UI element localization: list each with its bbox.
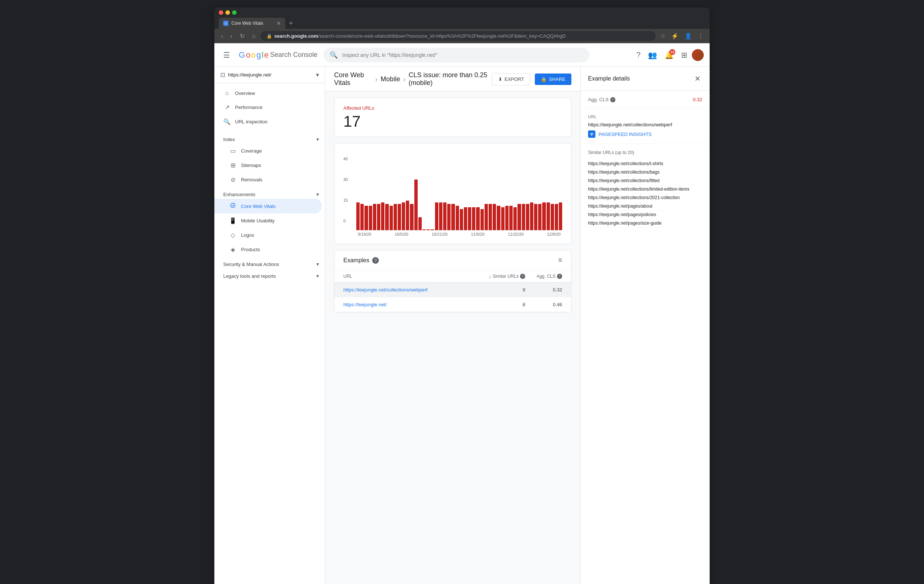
- chart-bar[interactable]: [468, 207, 471, 230]
- chart-bar[interactable]: [427, 229, 430, 230]
- table-row[interactable]: https://teejungle.net/collections/webper…: [335, 283, 571, 297]
- people-button[interactable]: 👥: [645, 48, 660, 63]
- chart-bar[interactable]: [534, 204, 537, 230]
- back-button[interactable]: ‹: [219, 31, 225, 41]
- examples-help-icon[interactable]: ?: [372, 257, 379, 264]
- chart-bar[interactable]: [485, 204, 488, 230]
- chart-bar[interactable]: [365, 206, 368, 230]
- sidebar-item-performance[interactable]: ↗ Performance: [214, 100, 322, 115]
- chart-bar[interactable]: [497, 206, 500, 230]
- chart-bar[interactable]: [551, 204, 554, 230]
- agg-cls-help-icon[interactable]: ?: [610, 97, 615, 102]
- chart-bar[interactable]: [505, 206, 508, 230]
- chart-bar[interactable]: [559, 202, 562, 230]
- chart-bar[interactable]: [501, 207, 505, 230]
- forward-button[interactable]: ›: [228, 31, 234, 41]
- sidebar-item-overview[interactable]: ⌂ Overview: [214, 86, 322, 100]
- sidebar-item-sitemaps[interactable]: ⊞ Sitemaps: [214, 158, 322, 173]
- address-bar[interactable]: 🔒 search.google.com/search-console/core-…: [261, 31, 656, 41]
- similar-url-item[interactable]: https://teejungle.net/collections/fitted: [588, 176, 702, 185]
- chart-bar[interactable]: [464, 207, 467, 230]
- chart-bar[interactable]: [398, 204, 401, 230]
- chart-bar[interactable]: [509, 206, 513, 230]
- cls-help-icon[interactable]: ?: [557, 274, 562, 279]
- chart-bar[interactable]: [377, 204, 380, 230]
- chart-bar[interactable]: [451, 204, 455, 230]
- tab-close-icon[interactable]: ✕: [276, 21, 281, 26]
- security-section-header[interactable]: Security & Manual Actions ▾: [214, 257, 325, 268]
- sidebar-item-core-web-vitals[interactable]: Core Web Vitals: [214, 199, 322, 214]
- similar-url-item[interactable]: https://teejungle.net/pages/about: [588, 202, 702, 211]
- breadcrumb-mobile[interactable]: Mobile: [381, 76, 400, 83]
- sidebar-item-coverage[interactable]: ▭ Coverage: [214, 144, 322, 158]
- chart-bar[interactable]: [406, 201, 409, 230]
- index-section-header[interactable]: Index ▾: [214, 132, 325, 144]
- chart-bar[interactable]: [373, 204, 376, 230]
- chart-bar[interactable]: [410, 204, 413, 230]
- sidebar-item-logos[interactable]: ◇ Logos: [214, 228, 322, 242]
- property-selector[interactable]: ⊡ https://teejungle.net/ ▾: [214, 67, 325, 83]
- chart-bar[interactable]: [360, 204, 364, 230]
- bookmark-button[interactable]: ☆: [658, 31, 667, 41]
- sidebar-item-mobile-usability[interactable]: 📱 Mobile Usability: [214, 214, 322, 228]
- sidebar-item-products[interactable]: ◈ Products: [214, 242, 322, 257]
- chart-bar[interactable]: [538, 204, 541, 230]
- apps-button[interactable]: ⊞: [678, 48, 690, 63]
- profile-button[interactable]: 👤: [683, 31, 693, 41]
- similar-url-item[interactable]: https://teejungle.net/collections/limite…: [588, 185, 702, 194]
- export-button[interactable]: ⬇ EXPORT: [492, 73, 530, 86]
- home-button[interactable]: ⌂: [250, 31, 258, 41]
- table-row[interactable]: https://teejungle.net/ 8 0.46: [335, 297, 571, 312]
- chart-bar[interactable]: [435, 202, 438, 230]
- chart-bar[interactable]: [555, 204, 558, 230]
- menu-button[interactable]: ⋮: [696, 31, 705, 41]
- help-button[interactable]: ?: [634, 48, 644, 62]
- similar-url-item[interactable]: https://teejungle.net/collections/bags: [588, 168, 702, 176]
- similar-url-item[interactable]: https://teejungle.net/pages/policies: [588, 211, 702, 219]
- chart-bar[interactable]: [526, 204, 529, 230]
- legacy-section-header[interactable]: Legacy tools and reports ▾: [214, 268, 325, 280]
- chart-bar[interactable]: [480, 209, 484, 230]
- chart-bar[interactable]: [547, 202, 550, 230]
- chart-bar[interactable]: [402, 202, 405, 230]
- chart-bar[interactable]: [460, 209, 463, 230]
- panel-close-button[interactable]: ✕: [693, 73, 702, 85]
- chart-bar[interactable]: [447, 204, 450, 230]
- similar-url-item[interactable]: https://teejungle.net/collections/t-shir…: [588, 160, 702, 168]
- chart-bar[interactable]: [385, 204, 388, 230]
- maximize-traffic-light[interactable]: [232, 10, 236, 15]
- similar-url-item[interactable]: https://teejungle.net/collections/2021-c…: [588, 194, 702, 202]
- hamburger-menu[interactable]: ☰: [220, 48, 233, 63]
- browser-tab-active[interactable]: G Core Web Vitals ✕: [219, 18, 285, 29]
- chart-bar[interactable]: [369, 206, 372, 230]
- chart-bar[interactable]: [443, 202, 447, 230]
- close-traffic-light[interactable]: [219, 10, 223, 15]
- chart-bar[interactable]: [488, 204, 492, 230]
- chart-bar[interactable]: [530, 202, 533, 230]
- extensions-button[interactable]: ⚡: [670, 31, 680, 41]
- minimize-traffic-light[interactable]: [226, 10, 230, 15]
- pagespeed-button[interactable]: PAGESPEED INSIGHTS: [588, 130, 702, 138]
- chart-bar[interactable]: [476, 207, 479, 230]
- chart-bar[interactable]: [422, 229, 426, 230]
- chart-bar[interactable]: [472, 207, 475, 230]
- sidebar-item-removals[interactable]: ⊘ Removals: [214, 173, 322, 187]
- chart-bar[interactable]: [389, 206, 393, 230]
- chart-bar[interactable]: [542, 202, 546, 230]
- chart-bar[interactable]: [418, 217, 422, 230]
- share-button[interactable]: 🔒 SHARE: [535, 74, 571, 85]
- chart-bar[interactable]: [431, 229, 434, 230]
- chart-bar[interactable]: [414, 179, 417, 230]
- notifications-button[interactable]: 🔔 13: [662, 48, 677, 63]
- sidebar-item-url-inspection[interactable]: 🔍 URL inspection: [214, 115, 322, 129]
- reload-button[interactable]: ↻: [238, 31, 247, 41]
- chart-bar[interactable]: [513, 207, 517, 230]
- chart-bar[interactable]: [517, 204, 521, 230]
- avatar[interactable]: [692, 49, 704, 61]
- chart-bar[interactable]: [493, 204, 496, 230]
- chart-bar[interactable]: [356, 202, 360, 230]
- chart-bar[interactable]: [522, 204, 525, 230]
- chart-bar[interactable]: [456, 206, 459, 230]
- similar-url-item[interactable]: https://teejungle.net/pages/size-guide: [588, 219, 702, 227]
- search-input[interactable]: [342, 52, 583, 58]
